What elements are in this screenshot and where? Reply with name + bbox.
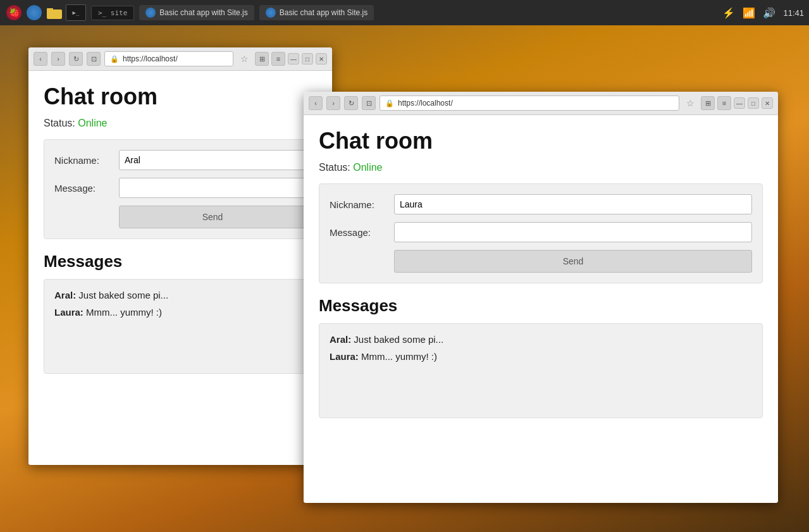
terminal-tab-site[interactable]: >_ site	[91, 6, 134, 20]
tab-1-globe-icon	[145, 8, 156, 18]
nickname-input-2[interactable]	[394, 194, 752, 214]
message-1-2-text: Mmm... yummy! :)	[86, 307, 162, 318]
taskbar-right: ⚡ 📶 🔊 11:41	[722, 7, 804, 19]
address-bar-2[interactable]: 🔒 https://localhost/	[380, 96, 679, 111]
tab-2-globe-icon	[266, 8, 276, 18]
maximize-btn-1[interactable]: □	[302, 53, 313, 65]
svg-rect-1	[47, 8, 53, 11]
terminal-icon-1[interactable]: ▶_	[66, 4, 86, 21]
bookmark-btn-2[interactable]: ☆	[683, 96, 697, 110]
back-btn-1[interactable]: ‹	[34, 52, 47, 66]
messages-title-1: Messages	[44, 252, 317, 271]
message-1-2-author: Laura:	[54, 307, 83, 318]
status-line-1: Status: Online	[44, 118, 317, 129]
messages-panel-1: Aral: Just baked some pi... Laura: Mmm..…	[44, 279, 317, 374]
message-1-1-text: Just baked some pi...	[78, 290, 168, 300]
status-value-2: Online	[353, 162, 382, 173]
message-input-1[interactable]	[119, 178, 306, 198]
form-panel-1: Nickname: Message: Send	[44, 139, 317, 239]
page-content-2: Chat room Status: Online Nickname: Messa…	[304, 115, 778, 503]
nickname-label-1: Nickname:	[54, 155, 111, 166]
url-text-2: https://localhost/	[398, 99, 453, 108]
send-button-1[interactable]: Send	[119, 206, 306, 228]
reload-btn-2[interactable]: ↻	[344, 96, 358, 110]
address-bar-1[interactable]: 🔒 https://localhost/	[104, 51, 233, 66]
message-2-2-author: Laura:	[330, 351, 359, 362]
nickname-label-2: Nickname:	[330, 199, 386, 210]
lock-icon-1: 🔒	[110, 55, 119, 63]
chrome-right-2: ⊞ ≡ — □ ✕	[701, 96, 773, 110]
message-input-2[interactable]	[394, 222, 752, 242]
message-label-1: Message:	[54, 183, 111, 194]
forward-btn-2[interactable]: ›	[326, 96, 340, 110]
minimize-btn-1[interactable]: —	[288, 53, 299, 65]
raspberry-pi-icon[interactable]: 🍓	[5, 4, 23, 22]
lock-icon-2: 🔒	[385, 99, 394, 108]
svg-rect-0	[47, 9, 62, 19]
message-row-2: Message:	[330, 222, 752, 242]
status-line-2: Status: Online	[319, 162, 763, 173]
menu-btn-1[interactable]: ≡	[271, 52, 285, 66]
tab-2-label: Basic chat app with Site.js	[280, 8, 367, 17]
bluetooth-icon: ⚡	[722, 7, 735, 19]
nickname-row-1: Nickname:	[54, 150, 306, 170]
close-btn-2[interactable]: ✕	[762, 97, 773, 109]
extensions-btn-2[interactable]: ⊞	[701, 96, 715, 110]
page-title-1: Chat room	[44, 84, 317, 110]
bookmark-btn-1[interactable]: ☆	[237, 52, 251, 66]
close-btn-1[interactable]: ✕	[316, 53, 327, 65]
url-text-1: https://localhost/	[123, 54, 178, 63]
message-1-1-author: Aral:	[54, 290, 76, 300]
message-1-1: Aral: Just baked some pi...	[54, 288, 306, 303]
terminal-tab-label: >_ site	[98, 9, 127, 17]
folder-icon-svg	[47, 6, 62, 20]
messages-title-2: Messages	[319, 296, 763, 316]
messages-panel-2: Aral: Just baked some pi... Laura: Mmm..…	[319, 323, 763, 418]
nickname-input-1[interactable]	[119, 150, 306, 170]
minimize-btn-2[interactable]: —	[734, 97, 745, 109]
message-2-1-author: Aral:	[330, 334, 351, 345]
browser-window-1: ‹ › ↻ ⊡ 🔒 https://localhost/ ☆ ⊞ ≡ — □ ✕…	[28, 47, 332, 465]
status-value-1: Online	[78, 118, 107, 128]
message-1-2: Laura: Mmm... yummy! :)	[54, 306, 306, 320]
forward-btn-1[interactable]: ›	[51, 52, 65, 66]
page-title-2: Chat room	[319, 128, 763, 154]
reload-btn-1[interactable]: ↻	[69, 52, 83, 66]
message-2-2: Laura: Mmm... yummy! :)	[330, 350, 752, 364]
maximize-btn-2[interactable]: □	[748, 97, 759, 109]
extensions-btn-1[interactable]: ⊞	[255, 52, 269, 66]
tab-1-label: Basic chat app with Site.js	[159, 8, 247, 17]
message-2-2-text: Mmm... yummy! :)	[361, 351, 437, 362]
speaker-icon: 🔊	[763, 7, 775, 19]
nickname-row-2: Nickname:	[330, 194, 752, 214]
taskbar: 🍓 ▶_ >_ site Basic chat app with Site.js	[0, 0, 809, 25]
status-label-2: Status:	[319, 162, 350, 173]
taskbar-left: 🍓 ▶_ >_ site Basic chat app with Site.js	[5, 4, 374, 22]
browser-window-2: ‹ › ↻ ⊡ 🔒 https://localhost/ ☆ ⊞ ≡ — □ ✕…	[304, 92, 778, 503]
message-2-1-text: Just baked some pi...	[354, 334, 443, 345]
folder-icon[interactable]	[46, 4, 63, 22]
clock: 11:41	[783, 8, 804, 18]
form-panel-2: Nickname: Message: Send	[319, 183, 763, 283]
message-2-1: Aral: Just baked some pi...	[330, 333, 752, 347]
browser-chrome-2: ‹ › ↻ ⊡ 🔒 https://localhost/ ☆ ⊞ ≡ — □ ✕	[304, 92, 778, 115]
home-btn-2[interactable]: ⊡	[362, 96, 376, 110]
message-label-2: Message:	[330, 227, 386, 238]
raspberry-icon-shape: 🍓	[6, 5, 22, 20]
back-btn-2[interactable]: ‹	[309, 96, 323, 110]
status-label-1: Status:	[44, 118, 75, 128]
chrome-right-1: ⊞ ≡ — □ ✕	[255, 52, 327, 66]
globe-icon-shape	[27, 5, 42, 20]
page-content-1: Chat room Status: Online Nickname: Messa…	[28, 71, 332, 465]
home-btn-1[interactable]: ⊡	[87, 52, 101, 66]
message-row-1: Message:	[54, 178, 306, 198]
wifi-icon: 📶	[743, 7, 755, 19]
terminal-icon-label: ▶_	[73, 9, 80, 16]
browser-tab-1[interactable]: Basic chat app with Site.js	[139, 5, 254, 20]
send-button-2[interactable]: Send	[394, 250, 752, 273]
browser-tab-2[interactable]: Basic chat app with Site.js	[259, 5, 374, 20]
browser-chrome-1: ‹ › ↻ ⊡ 🔒 https://localhost/ ☆ ⊞ ≡ — □ ✕	[28, 47, 332, 71]
globe-icon[interactable]	[25, 4, 43, 22]
menu-btn-2[interactable]: ≡	[717, 96, 731, 110]
